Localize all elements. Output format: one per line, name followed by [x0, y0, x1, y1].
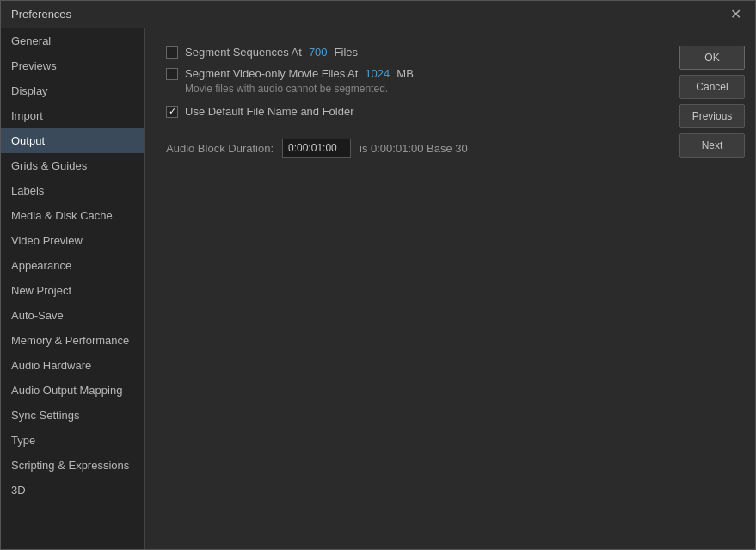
- sidebar-item-media-disk-cache[interactable]: Media & Disk Cache: [1, 203, 144, 228]
- audio-block-input[interactable]: [282, 139, 351, 158]
- audio-block-description: is 0:00:01:00 Base 30: [360, 142, 468, 155]
- sidebar-item-import[interactable]: Import: [1, 103, 144, 128]
- segment-video-note: Movie files with audio cannot be segment…: [185, 83, 648, 95]
- sidebar-item-type[interactable]: Type: [1, 428, 144, 453]
- use-default-filename-row: Use Default File Name and Folder: [166, 105, 648, 118]
- sidebar-item-previews[interactable]: Previews: [1, 53, 144, 78]
- audio-block-row: Audio Block Duration: is 0:00:01:00 Base…: [166, 139, 648, 158]
- dialog-body: GeneralPreviewsDisplayImportOutputGrids …: [1, 28, 755, 549]
- audio-block-label: Audio Block Duration:: [166, 142, 274, 155]
- sidebar-item-audio-hardware[interactable]: Audio Hardware: [1, 353, 144, 378]
- sidebar-item-display[interactable]: Display: [1, 78, 144, 103]
- sidebar-item-general[interactable]: General: [1, 28, 144, 53]
- use-default-filename-checkbox[interactable]: [166, 106, 178, 118]
- segment-video-value[interactable]: 1024: [365, 67, 390, 80]
- cancel-button[interactable]: Cancel: [679, 75, 745, 99]
- close-button[interactable]: ✕: [727, 8, 745, 22]
- sidebar-item-labels[interactable]: Labels: [1, 178, 144, 203]
- sidebar-item-video-preview[interactable]: Video Preview: [1, 228, 144, 253]
- next-button[interactable]: Next: [679, 133, 745, 158]
- segment-video-checkbox[interactable]: [166, 68, 178, 80]
- segment-sequences-unit: Files: [335, 46, 358, 59]
- sidebar-item-audio-output-mapping[interactable]: Audio Output Mapping: [1, 378, 144, 403]
- sidebar-item-memory-performance[interactable]: Memory & Performance: [1, 328, 144, 353]
- dialog-title: Preferences: [11, 8, 71, 21]
- segment-sequences-row: Segment Sequences At 700 Files: [166, 46, 648, 59]
- segment-sequences-checkbox[interactable]: [166, 46, 178, 59]
- sidebar-item-grids-guides[interactable]: Grids & Guides: [1, 153, 144, 178]
- segment-video-row: Segment Video-only Movie Files At 1024 M…: [166, 67, 648, 95]
- sidebar-item-output[interactable]: Output: [1, 128, 144, 153]
- sidebar-item-3d[interactable]: 3D: [1, 478, 144, 503]
- use-default-filename-label: Use Default File Name and Folder: [185, 105, 354, 118]
- sidebar-item-scripting-expressions[interactable]: Scripting & Expressions: [1, 453, 144, 478]
- sidebar-item-sync-settings[interactable]: Sync Settings: [1, 403, 144, 428]
- action-buttons: OK Cancel Previous Next: [669, 28, 755, 549]
- segment-sequences-label: Segment Sequences At: [185, 46, 302, 59]
- preferences-dialog: Preferences ✕ GeneralPreviewsDisplayImpo…: [0, 0, 756, 550]
- sidebar-item-auto-save[interactable]: Auto-Save: [1, 303, 144, 328]
- segment-video-unit: MB: [396, 67, 414, 80]
- content-area: Segment Sequences At 700 Files Segment V…: [145, 28, 669, 549]
- sidebar-item-appearance[interactable]: Appearance: [1, 253, 144, 278]
- segment-video-label: Segment Video-only Movie Files At: [185, 67, 358, 80]
- sidebar-item-new-project[interactable]: New Project: [1, 278, 144, 303]
- title-bar: Preferences ✕: [1, 1, 755, 28]
- ok-button[interactable]: OK: [679, 46, 745, 70]
- sidebar: GeneralPreviewsDisplayImportOutputGrids …: [1, 28, 145, 549]
- segment-sequences-value[interactable]: 700: [309, 46, 328, 59]
- previous-button[interactable]: Previous: [679, 104, 745, 128]
